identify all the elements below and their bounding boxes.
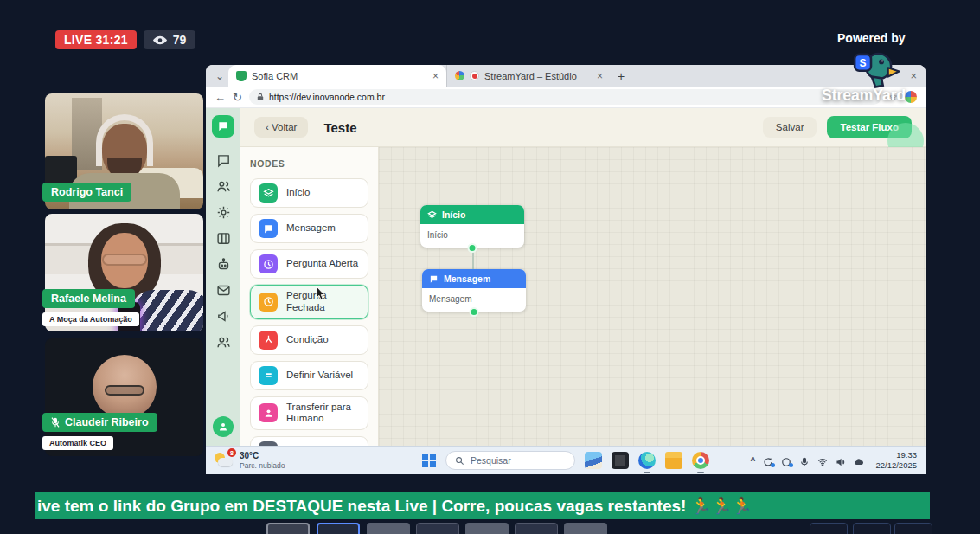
sofia-crm-favicon	[236, 71, 247, 81]
back-icon[interactable]: ←	[215, 92, 226, 103]
flow-node-mensagem[interactable]: Mensagem Mensagem	[422, 269, 526, 312]
media-thumbnail[interactable]	[853, 523, 891, 534]
node-item-transferir-humano[interactable]: Transferir para Humano	[250, 396, 368, 431]
media-thumbnail[interactable]	[266, 523, 310, 534]
windows-start-button[interactable]	[422, 454, 436, 467]
media-thumbnail[interactable]	[515, 523, 558, 534]
live-badge: LIVE 31:21	[55, 30, 137, 49]
app-logo-chat-icon[interactable]	[212, 115, 234, 138]
tab-close-icon[interactable]: ×	[597, 70, 603, 82]
output-port[interactable]	[468, 243, 477, 253]
megaphone-icon[interactable]	[216, 309, 231, 324]
weather-widget[interactable]: 8 30°C Parc. nublado	[215, 451, 285, 470]
media-thumbnail[interactable]	[810, 523, 848, 534]
lock-icon	[257, 93, 264, 101]
eye-icon	[153, 35, 167, 45]
date: 22/12/2025	[875, 460, 917, 471]
user-profile-avatar[interactable]	[213, 416, 234, 437]
contacts-icon[interactable]	[216, 179, 231, 194]
streamyard-duck-logo: S	[853, 48, 900, 90]
weather-icon: 8	[215, 453, 234, 468]
sync-icon[interactable]	[763, 455, 773, 466]
flow-canvas[interactable]: Início Início Mensagem Mensagem	[379, 147, 926, 446]
hidden-icons-chevron[interactable]: ^	[751, 456, 756, 466]
notification-badge: 8	[227, 448, 236, 457]
flow-node-inicio[interactable]: Início Início	[420, 205, 524, 248]
taskbar-clock[interactable]: 19:33 22/12/2025	[875, 450, 917, 472]
browser-tab-strip: ⌄ Sofia CRM × StreamYard – Estúdio × + ×	[206, 65, 926, 87]
chrome-browser-button[interactable]	[692, 452, 709, 469]
crm-mini-sidebar	[206, 108, 240, 446]
viewer-count: 79	[173, 33, 187, 47]
browser-tray-icon[interactable]	[781, 455, 791, 466]
node-item-definir-variavel[interactable]: Definir Variável	[250, 361, 368, 390]
tab-streamyard[interactable]: StreamYard – Estúdio ×	[446, 65, 611, 87]
system-tray: ^ 19:33 22/12/2025	[751, 450, 917, 472]
webcam-tile-rodrigo: Rodrigo Tanci	[45, 93, 203, 209]
test-flow-button[interactable]: Testar Fluxo	[827, 116, 912, 138]
browser-profile-avatar[interactable]	[905, 91, 917, 103]
taskbar-search-input[interactable]: Pesquisar	[445, 451, 575, 470]
output-port[interactable]	[470, 307, 479, 317]
media-thumbnail-selected[interactable]	[317, 523, 360, 534]
tab-sofia-crm[interactable]: Sofia CRM ×	[228, 65, 446, 87]
node-item-fim[interactable]: Fim	[250, 436, 368, 446]
cloud-icon[interactable]	[854, 455, 864, 466]
settings-gear-icon[interactable]	[216, 205, 231, 220]
live-status-row: LIVE 31:21 79	[55, 30, 195, 49]
weather-temperature: 30°C	[240, 451, 285, 461]
shared-browser-window: ⌄ Sofia CRM × StreamYard – Estúdio × + ×…	[206, 65, 926, 474]
microphone-icon[interactable]	[799, 455, 810, 466]
ticker-text: ive tem o link do Grupo em DESTAQUE nest…	[37, 496, 753, 516]
viewer-count-pill: 79	[144, 30, 196, 49]
node-item-pergunta-aberta[interactable]: Pergunta Aberta	[250, 249, 368, 279]
wifi-icon[interactable]	[817, 455, 828, 466]
clock-icon	[259, 293, 278, 312]
media-thumbnail[interactable]	[894, 523, 932, 534]
nodes-panel: NODES Início Mensagem Pergunta Aberta	[240, 147, 379, 446]
bot-icon[interactable]	[216, 257, 231, 272]
tab-title: Sofia CRM	[252, 71, 427, 81]
window-close-icon[interactable]: ×	[910, 69, 920, 82]
node-item-mensagem[interactable]: Mensagem	[250, 214, 368, 243]
media-thumbnail[interactable]	[416, 523, 459, 534]
participant-subtitle-badge: A Moça da Automação	[42, 312, 139, 326]
media-thumbnail[interactable]	[564, 523, 607, 534]
time: 19:33	[875, 450, 917, 460]
save-button[interactable]: Salvar	[763, 117, 817, 138]
edge-browser-button[interactable]	[638, 452, 656, 469]
tab-search-chevron-icon[interactable]: ⌄	[211, 70, 228, 82]
file-explorer-button[interactable]	[665, 452, 682, 469]
mouse-cursor	[313, 286, 327, 301]
powered-by-label: Powered by	[837, 31, 906, 45]
media-thumbnail[interactable]	[367, 523, 410, 534]
search-icon	[455, 456, 464, 466]
layers-icon	[259, 183, 278, 203]
windows-taskbar: 8 30°C Parc. nublado Pesquisar ^	[206, 446, 926, 474]
search-placeholder: Pesquisar	[471, 455, 511, 466]
task-view-button[interactable]	[585, 452, 602, 469]
clock-icon	[259, 254, 278, 273]
kanban-board-icon[interactable]	[216, 231, 231, 246]
chat-icon[interactable]	[216, 153, 231, 168]
node-item-condicao[interactable]: Condição	[250, 325, 368, 355]
address-bar[interactable]: https://dev.inovanode.com.br	[249, 89, 881, 105]
node-item-inicio[interactable]: Início	[250, 178, 368, 208]
new-tab-button[interactable]: +	[618, 69, 625, 83]
reload-icon[interactable]: ↻	[233, 92, 242, 103]
svg-text:S: S	[860, 57, 867, 69]
volume-icon[interactable]	[836, 455, 846, 466]
media-thumbnail[interactable]	[465, 523, 509, 534]
team-icon[interactable]	[216, 335, 231, 350]
url-text: https://dev.inovanode.com.br	[269, 92, 385, 102]
tab-close-icon[interactable]: ×	[432, 70, 439, 82]
layers-icon	[427, 210, 437, 220]
back-button[interactable]: ‹ Voltar	[254, 117, 308, 138]
participant-name-badge: Claudeir Ribeiro	[42, 413, 157, 432]
node-item-pergunta-fechada[interactable]: Pergunta Fechada	[250, 285, 368, 319]
tab-title: StreamYard – Estúdio	[484, 71, 592, 81]
weather-description: Parc. nublado	[240, 461, 285, 470]
mail-icon[interactable]	[216, 283, 231, 298]
record-favicon	[470, 71, 479, 80]
dark-app-button[interactable]	[612, 452, 629, 469]
